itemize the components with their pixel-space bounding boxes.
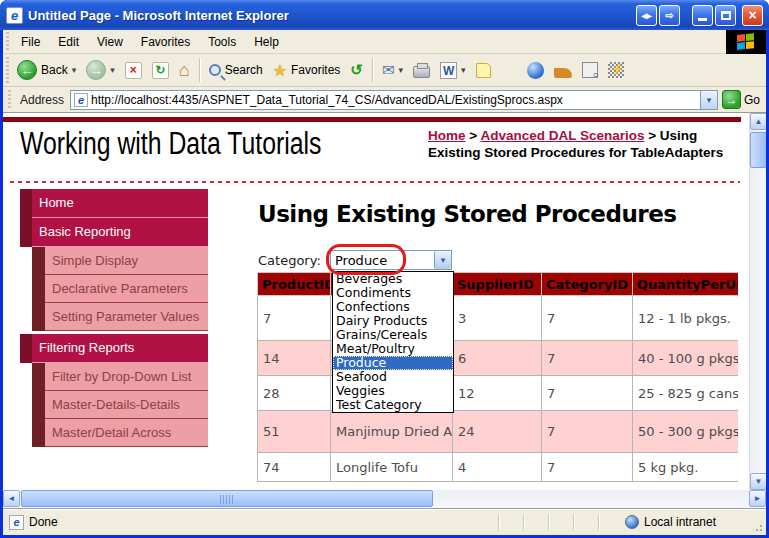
cell: 25 - 825 g cans: [633, 376, 739, 411]
sidebar-item-master-details-details[interactable]: Master-Details-Details: [20, 391, 208, 419]
sidebar-item-label: Filter by Drop-Down List: [45, 363, 208, 391]
menu-favorites[interactable]: Favorites: [132, 32, 199, 52]
notes-button[interactable]: [471, 61, 496, 80]
orange-addon-icon: [554, 68, 572, 78]
go-button[interactable]: → Go: [722, 90, 760, 109]
span-monitors-button[interactable]: ⇨: [659, 5, 680, 26]
security-zone: Local intranet: [625, 515, 716, 529]
sidebar-item-setting-parameter-values[interactable]: Setting Parameter Values: [20, 303, 208, 331]
toolbar-grip[interactable]: [6, 32, 9, 50]
col-categoryid: CategoryID: [542, 273, 633, 296]
search-button[interactable]: Search: [204, 61, 268, 79]
menu-tools[interactable]: Tools: [199, 32, 245, 52]
cell: 12: [453, 376, 542, 411]
maximize-button[interactable]: [715, 5, 736, 26]
breadcrumb-link-advanced-dal[interactable]: Advanced DAL Scenarios: [480, 128, 644, 143]
horizontal-scrollbar[interactable]: ◄ ►: [3, 490, 766, 508]
tool-button[interactable]: [603, 60, 629, 80]
sidebar-item-label: Setting Parameter Values: [45, 303, 208, 331]
favorites-button[interactable]: ★ Favorites: [268, 59, 346, 82]
scroll-left-icon[interactable]: ◄: [3, 490, 20, 507]
option-meat-poultry[interactable]: Meat/Poultry: [333, 342, 453, 356]
print-button[interactable]: [408, 61, 435, 80]
sidebar-item-label: Declarative Parameters: [45, 275, 208, 303]
nav-spacer: [20, 275, 32, 303]
close-button[interactable]: ×: [742, 5, 763, 26]
option-veggies[interactable]: Veggies: [333, 384, 453, 398]
sidebar-item-filter-by-dropdown[interactable]: Filter by Drop-Down List: [20, 363, 208, 391]
sidebar-item-label: Master-Details-Details: [45, 391, 208, 419]
cell: 4: [453, 453, 542, 482]
address-box: e ▾: [70, 90, 718, 110]
vertical-scroll-thumb[interactable]: [750, 132, 766, 168]
menu-edit[interactable]: Edit: [49, 32, 88, 52]
nav-spacer: [20, 363, 32, 391]
menu-view[interactable]: View: [88, 32, 132, 52]
mail-dropdown-icon[interactable]: ▾: [399, 65, 404, 75]
back-dropdown-icon[interactable]: ▾: [72, 65, 77, 75]
sidebar-item-basic-reporting[interactable]: Basic Reporting: [20, 218, 208, 247]
sidebar-item-simple-display[interactable]: Simple Display: [20, 247, 208, 275]
history-button[interactable]: ↺: [345, 59, 368, 81]
scroll-right-icon[interactable]: ►: [749, 490, 766, 507]
option-seafood[interactable]: Seafood: [333, 370, 453, 384]
option-produce[interactable]: Produce: [333, 356, 453, 370]
address-dropdown-icon[interactable]: ▾: [700, 91, 717, 109]
forward-button[interactable]: → ▾: [81, 58, 120, 82]
breadcrumb-link-home[interactable]: Home: [428, 128, 466, 143]
toolbar-separator: [199, 58, 200, 82]
status-separators: [498, 514, 599, 530]
option-dairy-products[interactable]: Dairy Products: [333, 314, 453, 328]
option-condiments[interactable]: Condiments: [333, 286, 453, 300]
table-row: 74 Longlife Tofu 4 7 5 kg pkg.: [258, 453, 739, 482]
option-confections[interactable]: Confections: [333, 300, 453, 314]
minimize-button[interactable]: [692, 5, 713, 26]
nav-strip: [32, 419, 45, 447]
sidebar-item-master-detail-across[interactable]: Master/Detail Across: [20, 419, 208, 447]
chevron-down-icon[interactable]: ▾: [434, 251, 451, 269]
sidebar-item-filtering-reports[interactable]: Filtering Reports: [20, 334, 208, 363]
edit-with-word-button[interactable]: W ▾: [435, 60, 471, 81]
word-dropdown-icon[interactable]: ▾: [461, 65, 466, 75]
option-beverages[interactable]: Beverages: [333, 272, 453, 286]
cell: 40 - 100 g pkgs.: [633, 341, 739, 376]
horizontal-scroll-thumb[interactable]: [21, 490, 433, 507]
word-icon: W: [440, 62, 457, 79]
sidebar-item-home[interactable]: Home: [20, 189, 208, 218]
toolbar-grip-3[interactable]: [8, 90, 11, 110]
menu-bar: File Edit View Favorites Tools Help: [3, 30, 766, 54]
address-input[interactable]: [91, 93, 700, 107]
option-grains-cereals[interactable]: Grains/Cereals: [333, 328, 453, 342]
option-test-category[interactable]: Test Category: [333, 398, 453, 412]
addon-button[interactable]: [549, 60, 577, 80]
sidebar-item-declarative-parameters[interactable]: Declarative Parameters: [20, 275, 208, 303]
refresh-button[interactable]: ↻: [147, 60, 174, 81]
home-button[interactable]: ⌂: [174, 58, 195, 83]
cell: 51: [258, 411, 331, 453]
stop-button[interactable]: ×: [120, 60, 147, 81]
messenger-button[interactable]: [522, 60, 549, 81]
find-button[interactable]: [577, 60, 603, 80]
scroll-up-icon[interactable]: ▲: [750, 113, 766, 130]
move-to-monitor-button[interactable]: ◂▸: [636, 5, 657, 26]
category-select[interactable]: Produce ▾: [330, 250, 452, 270]
windows-logo: [726, 30, 766, 54]
nav-strip: [20, 218, 32, 247]
menu-file[interactable]: File: [12, 32, 49, 52]
breadcrumb-separator-2: >: [644, 128, 659, 143]
scroll-down-icon[interactable]: ▼: [750, 473, 766, 490]
cell: 7: [258, 296, 331, 341]
standard-toolbar: ← Back ▾ → ▾ × ↻ ⌂ Search ★ Favorites ↺ …: [3, 54, 766, 87]
vertical-scrollbar[interactable]: ▲ ▼: [749, 113, 766, 490]
page-top-border: [3, 117, 741, 122]
back-button[interactable]: ← Back ▾: [12, 58, 81, 82]
toolbar-grip-2[interactable]: [6, 57, 9, 83]
resize-grip[interactable]: [751, 520, 764, 533]
mail-button[interactable]: ✉ ▾: [377, 59, 408, 81]
nav-spacer: [20, 391, 32, 419]
refresh-icon: ↻: [152, 62, 169, 79]
cell: Manjimup Dried Apples: [331, 411, 453, 453]
table-row: 7 3 7 12 - 1 lb pkgs.: [258, 296, 739, 341]
menu-help[interactable]: Help: [245, 32, 288, 52]
forward-dropdown-icon[interactable]: ▾: [110, 65, 115, 75]
